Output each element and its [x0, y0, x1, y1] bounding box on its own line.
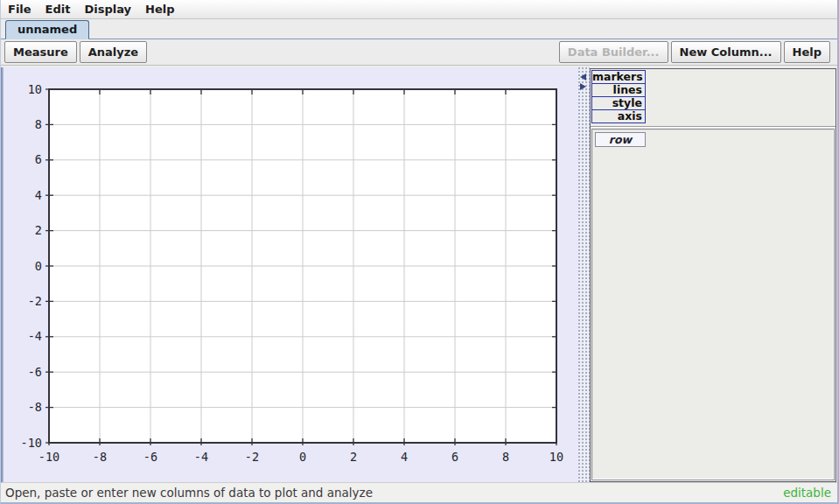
svg-text:0: 0 [299, 450, 306, 464]
data-table-panel: markerslinesstyleaxis row [590, 68, 836, 482]
plot-panel: -10-8-6-4-20246810-10-8-6-4-20246810 [1, 67, 578, 482]
table-header-zone: markerslinesstyleaxis [591, 69, 836, 127]
svg-text:6: 6 [35, 152, 42, 166]
status-message: Open, paste or enter new columns of data… [5, 486, 373, 500]
menu-file[interactable]: File [1, 0, 38, 18]
menu-bar: FileEditDisplayHelp [1, 0, 837, 19]
new-column-button[interactable]: New Column... [671, 41, 781, 63]
svg-text:2: 2 [350, 450, 357, 464]
header-cell-markers[interactable]: markers [591, 70, 646, 84]
svg-text:-2: -2 [245, 450, 259, 464]
svg-text:-2: -2 [28, 294, 42, 308]
header-cell-axis[interactable]: axis [591, 109, 646, 123]
header-cell-lines[interactable]: lines [591, 83, 646, 97]
collapse-left-icon[interactable] [580, 74, 586, 80]
analyze-button[interactable]: Analyze [80, 41, 147, 63]
toolbar-left-group: MeasureAnalyze [4, 41, 150, 63]
svg-text:0: 0 [35, 259, 42, 273]
svg-text:-4: -4 [194, 450, 208, 464]
svg-text:-8: -8 [28, 400, 42, 414]
svg-text:10: 10 [28, 82, 42, 96]
menu-help[interactable]: Help [138, 0, 181, 18]
splitter-handle[interactable] [578, 67, 590, 482]
panel-left-edge [1, 67, 3, 482]
data-builder-button: Data Builder... [559, 41, 668, 63]
svg-text:-6: -6 [143, 450, 157, 464]
status-bar: Open, paste or enter new columns of data… [1, 482, 837, 502]
help-button[interactable]: Help [784, 41, 830, 63]
tab-unnamed[interactable]: unnamed [5, 20, 89, 39]
svg-text:10: 10 [549, 450, 563, 464]
svg-text:-10: -10 [38, 450, 59, 464]
table-body[interactable]: row [591, 129, 835, 480]
tab-bar: unnamed [1, 19, 837, 39]
svg-text:-10: -10 [21, 436, 42, 450]
svg-text:4: 4 [35, 188, 42, 202]
svg-text:2: 2 [35, 223, 42, 237]
plot-canvas[interactable]: -10-8-6-4-20246810-10-8-6-4-20246810 [1, 67, 578, 482]
svg-text:8: 8 [35, 117, 42, 131]
app-window: FileEditDisplayHelp unnamed MeasureAnaly… [0, 0, 839, 504]
menu-edit[interactable]: Edit [38, 0, 78, 18]
collapse-right-icon[interactable] [580, 83, 586, 90]
toolbar: MeasureAnalyze Data Builder...New Column… [1, 39, 837, 66]
svg-text:6: 6 [451, 450, 458, 464]
row-corner-cell[interactable]: row [595, 132, 646, 147]
svg-text:4: 4 [401, 450, 408, 464]
content-area: -10-8-6-4-20246810-10-8-6-4-20246810 mar… [1, 67, 837, 482]
toolbar-right-group: Data Builder...New Column...Help [559, 41, 830, 63]
header-cell-style[interactable]: style [591, 96, 646, 110]
svg-text:-8: -8 [93, 450, 107, 464]
measure-button[interactable]: Measure [4, 41, 77, 63]
svg-text:-4: -4 [28, 329, 42, 343]
svg-text:8: 8 [502, 450, 509, 464]
menu-display[interactable]: Display [77, 0, 138, 18]
svg-text:-6: -6 [28, 365, 42, 379]
editable-badge: editable [783, 486, 833, 500]
